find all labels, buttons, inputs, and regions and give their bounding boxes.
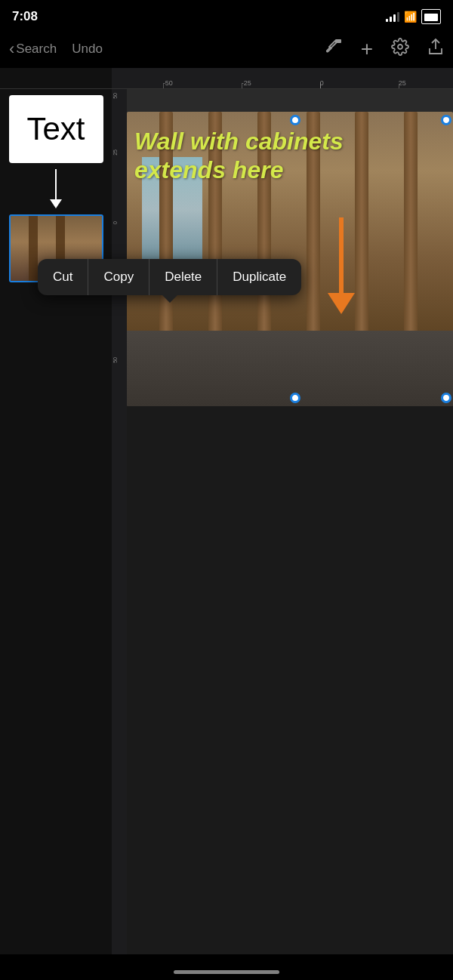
- annotation-text: Wall with cabinetsextends here: [134, 127, 344, 185]
- canvas-area: 50 25 0 25 50 Wa: [112, 89, 453, 954]
- text-thumbnail-label: Text: [26, 111, 85, 147]
- gear-icon[interactable]: [391, 38, 409, 60]
- ruler-label-25r: 25: [399, 79, 406, 87]
- bottom-dark-area: [127, 406, 453, 954]
- v-ruler-50b: 50: [112, 357, 118, 363]
- orange-arrow-icon: [328, 217, 355, 314]
- wifi-icon: 📶: [404, 11, 417, 23]
- context-menu: Cut Copy Delete Duplicate: [38, 259, 301, 295]
- handle-top-center[interactable]: [290, 115, 300, 125]
- vertical-ruler: 50 25 0 25 50: [112, 89, 127, 954]
- v-ruler-0: 0: [112, 221, 118, 224]
- v-ruler-25: 25: [112, 149, 118, 156]
- undo-button[interactable]: Undo: [72, 42, 103, 57]
- svg-rect-0: [335, 39, 341, 43]
- main-area: Text Cut Copy Delete Duplicate 50 25 0 2…: [0, 89, 453, 954]
- back-label: Search: [16, 42, 57, 57]
- text-thumbnail[interactable]: Text: [9, 95, 103, 163]
- sidebar: Text: [0, 89, 112, 954]
- status-time: 7:08: [12, 9, 38, 24]
- delete-button[interactable]: Delete: [149, 259, 217, 295]
- duplicate-button[interactable]: Duplicate: [217, 259, 301, 295]
- v-ruler-50: 50: [112, 93, 118, 99]
- back-chevron-icon: ‹: [9, 39, 14, 59]
- status-bar: 7:08 📶: [0, 0, 453, 30]
- svg-point-1: [398, 45, 402, 49]
- status-icons: 📶: [386, 9, 441, 24]
- battery-icon: [421, 9, 441, 24]
- handle-top-right[interactable]: [441, 115, 451, 125]
- cut-button[interactable]: Cut: [38, 259, 88, 295]
- handle-bottom-center[interactable]: [290, 393, 300, 403]
- signal-bars-icon: [386, 11, 399, 22]
- handle-bottom-right[interactable]: [441, 393, 451, 403]
- nav-right: +: [325, 37, 444, 61]
- nav-bar: ‹ Search Undo +: [0, 30, 453, 68]
- share-icon[interactable]: [427, 38, 444, 60]
- ruler-label-50: -50: [163, 79, 173, 87]
- ruler-label-25: -25: [242, 79, 251, 87]
- back-button[interactable]: ‹ Search: [9, 39, 57, 59]
- ruler-bar: -50 -25 0 25: [0, 68, 453, 89]
- add-icon[interactable]: +: [361, 37, 373, 61]
- hammer-icon[interactable]: [325, 38, 343, 60]
- down-arrow-icon: [50, 169, 62, 208]
- home-indicator: [174, 970, 279, 974]
- copy-button[interactable]: Copy: [88, 259, 149, 295]
- nav-left: ‹ Search Undo: [9, 39, 103, 59]
